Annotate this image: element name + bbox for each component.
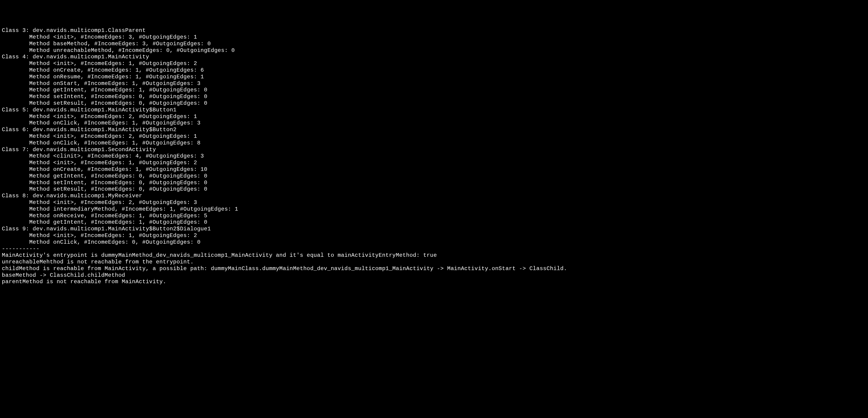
terminal-output: Class 3: dev.navids.multicomp1.ClassPare… [2, 27, 866, 285]
